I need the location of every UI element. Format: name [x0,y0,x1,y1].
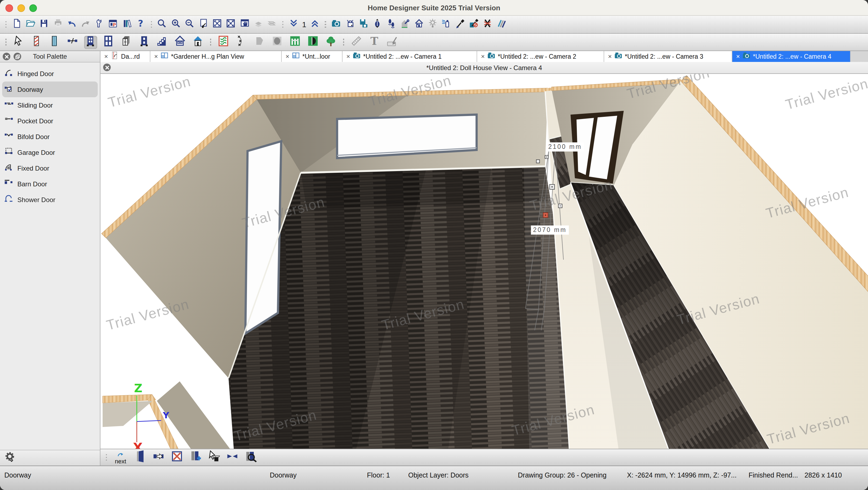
fence-tool-button[interactable] [288,36,302,49]
toolbar-grip[interactable] [149,19,154,30]
tree-tool-button[interactable] [324,36,337,49]
window-tool-button[interactable] [102,36,115,49]
tab-3[interactable]: × *Unt...loor [282,51,343,62]
zoom-in-button[interactable] [170,19,181,30]
tab-5[interactable]: × *Untitled 2: ...ew - Camera 2 [477,51,604,62]
tab-close-icon[interactable]: × [346,53,350,60]
sprinkler-tool-button[interactable] [306,36,319,49]
palette-item-barn-door[interactable]: Barn Door [2,176,98,192]
toolbar-grip[interactable] [209,36,213,48]
delete-object-button[interactable] [482,19,493,30]
edit-house-button[interactable] [400,19,410,30]
library-button[interactable] [121,19,132,30]
left-wall-window[interactable] [245,141,281,334]
place-door-button[interactable] [133,450,147,464]
preferences-button[interactable]: P [108,19,119,30]
tab-6[interactable]: × *Untitled 2: ...ew - Camera 3 [604,51,732,62]
camera-view-button[interactable] [331,19,342,30]
minimize-button[interactable] [18,4,25,12]
select-tool-button[interactable] [12,36,25,49]
fill-window-button[interactable] [212,19,223,30]
mouse-orbit-button[interactable] [372,19,383,30]
tool-palette-header[interactable]: Tool Palette [0,51,100,62]
next-tool-button[interactable]: next [112,451,129,464]
walkthrough-button[interactable] [386,19,397,30]
round-tool-button[interactable] [271,36,284,49]
zoom-out-button[interactable] [184,19,195,30]
tab-close-icon[interactable]: × [154,53,158,60]
close-button[interactable] [5,4,13,12]
palette-close-icon[interactable] [3,53,10,60]
stairs-tool-button[interactable] [156,36,168,49]
terrain-tool-button[interactable] [217,36,230,49]
tab-close-icon[interactable]: × [608,53,612,60]
print-button[interactable] [53,19,63,30]
palette-item-pocket-door[interactable]: Pocket Door [2,113,98,129]
dimension-tool-button[interactable] [386,36,399,49]
select-objects-button[interactable] [207,450,221,464]
toolbar-grip[interactable] [281,19,285,30]
zoom-button[interactable] [29,4,37,12]
measure-tool-button[interactable] [350,36,363,49]
tab-close-icon[interactable]: × [104,53,108,60]
zoom-previous-button[interactable] [198,19,209,30]
fixture-tool-button[interactable] [137,36,151,49]
toolbar-grip[interactable] [341,36,346,48]
toolbar-grip[interactable] [104,452,108,463]
add-door-button[interactable] [188,450,203,464]
toolbar-grip[interactable] [323,19,328,30]
dimension-label[interactable]: 2070 mm [531,226,568,234]
floor-down-button[interactable] [288,19,299,30]
dormer-tool-button[interactable] [191,36,205,49]
palette-item-garage-door[interactable]: Garage Door [2,144,98,160]
format-painter-button[interactable] [267,19,278,30]
new-file-button[interactable] [11,19,22,30]
delete-tool-button[interactable] [170,450,184,464]
pan-window-button[interactable] [239,19,250,30]
tab-close-icon[interactable]: × [736,53,740,60]
move-door-button[interactable] [151,450,165,464]
spray-material-button[interactable] [441,19,452,30]
undo-button[interactable] [66,19,77,30]
wall-tool-button[interactable] [30,36,43,49]
render-viewport[interactable]: Z Y X Trial VersionTrial VersionTrial Ve… [100,74,868,449]
material-eyedropper-button[interactable] [468,19,479,30]
spline-tool-button[interactable] [235,36,248,49]
gear-icon[interactable] [4,452,15,464]
toolbar-grip[interactable] [4,19,8,30]
dimension-label[interactable]: 2100 mm [547,143,584,151]
text-tool-button[interactable]: T [368,36,381,49]
palette-item-sliding-door[interactable]: Sliding Door [2,97,98,113]
eyedropper-button[interactable] [455,19,465,30]
tab-4[interactable]: × *Untitled 2: ...ew - Camera 1 [343,51,477,62]
layers-button[interactable] [253,19,264,30]
tab-close-icon[interactable]: × [285,53,289,60]
railing-tool-button[interactable] [48,36,61,49]
palette-item-bifold-door[interactable]: Bifold Door [2,129,98,144]
zoom-button[interactable] [157,19,167,30]
adjust-lights-button[interactable] [427,19,438,30]
open-folder-button[interactable] [25,19,36,30]
tab-close-icon[interactable]: × [481,53,485,60]
toolbar-grip[interactable] [4,36,8,48]
viewport-close-icon[interactable] [103,63,111,71]
tools-wrench-button[interactable] [94,19,105,30]
tab-2[interactable]: × *Gardener H...g Plan View [150,51,282,62]
help-button[interactable]: ? [135,19,146,30]
center-object-button[interactable] [225,450,239,464]
redo-button[interactable] [80,19,91,30]
break-tool-button[interactable] [66,36,79,49]
save-view-button[interactable] [358,19,369,30]
roof-tool-button[interactable] [174,36,186,49]
find-door-button[interactable] [244,450,258,464]
palette-item-shower-door[interactable]: Shower Door [2,192,98,207]
palette-item-fixed-door[interactable]: Fixed Door [2,160,98,176]
save-button[interactable] [39,19,50,30]
cabinet-tool-button[interactable] [120,36,133,49]
house-view-button[interactable] [413,19,424,30]
floor-up-button[interactable] [309,19,320,30]
region-tool-button[interactable] [253,36,266,49]
door-tool-button[interactable] [84,36,97,49]
tab-7[interactable]: × *Untitled 2: ...ew - Camera 4 [732,51,850,62]
tab-1[interactable]: × Da...rd [100,51,150,62]
